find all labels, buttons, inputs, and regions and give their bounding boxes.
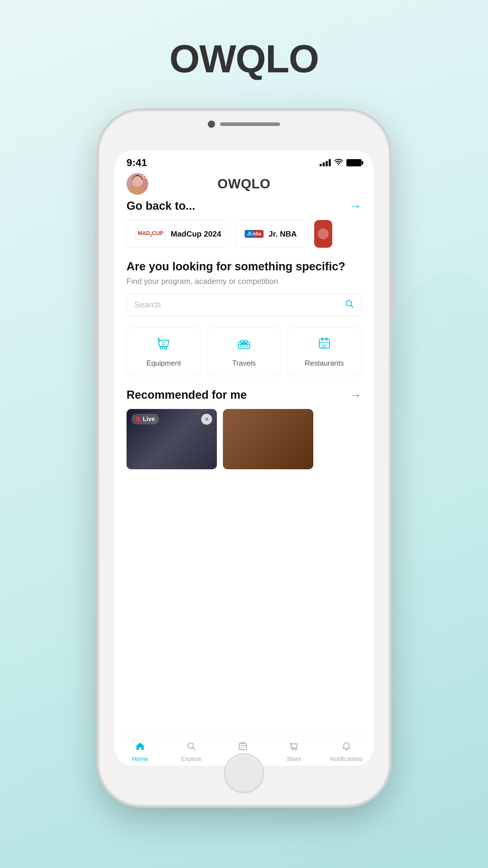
header-logo: OWQLO [218, 176, 270, 191]
nav-label-explore: Explore [181, 755, 201, 763]
side-button-volume-down [94, 319, 98, 362]
categories: Equipment Travels [127, 327, 361, 376]
recommended-title: Recommended for me [127, 389, 247, 401]
category-equipment[interactable]: Equipment [127, 327, 201, 376]
search-box[interactable]: Search [127, 293, 361, 316]
status-icons [320, 158, 361, 167]
nav-label-store: Store [287, 755, 301, 763]
equipment-label: Equipment [147, 359, 181, 367]
camera-area [208, 121, 280, 128]
rec-card-warm[interactable] [223, 409, 313, 469]
side-button-mute [94, 232, 98, 259]
svg-point-0 [128, 186, 147, 195]
phone-screen: 9:41 [115, 151, 373, 766]
svg-rect-17 [243, 742, 245, 744]
category-restaurants[interactable]: Restaurants [287, 327, 361, 376]
home-button[interactable] [224, 753, 264, 793]
svg-point-19 [295, 749, 296, 750]
restaurants-icon [317, 336, 332, 355]
madcup-logo: MAD2CUP [135, 228, 166, 239]
svg-line-14 [193, 748, 195, 750]
avatar[interactable] [127, 173, 148, 195]
speaker-grille [220, 122, 280, 126]
specific-search-section: Are you looking for something specific? … [127, 260, 361, 316]
svg-rect-15 [239, 743, 247, 750]
svg-point-4 [160, 347, 163, 349]
go-back-section-header: Go back to... → [127, 199, 361, 213]
nav-label-home: Home [132, 755, 148, 763]
battery-icon [347, 159, 361, 166]
live-indicator [135, 416, 140, 421]
svg-rect-6 [238, 342, 250, 349]
go-back-arrow[interactable]: → [350, 199, 361, 213]
store-icon [289, 741, 299, 754]
close-button[interactable]: ✕ [201, 414, 212, 425]
equipment-icon [156, 336, 171, 355]
nba-logo: Jr. nba [245, 230, 264, 238]
notification-dot [143, 173, 148, 179]
rec-cards: Live ✕ [127, 409, 361, 469]
svg-point-18 [292, 749, 293, 750]
category-travels[interactable]: Travels [207, 327, 281, 376]
screen-content: Go back to... → MAD2CUP MadCup 2024 Jr. … [115, 196, 373, 736]
recommended-section-header: Recommended for me → [127, 388, 361, 402]
travels-label: Travels [232, 359, 256, 367]
app-header: OWQLO [115, 172, 373, 196]
bg-decoration [392, 271, 488, 452]
front-sensor [208, 121, 215, 128]
jrnba-label: Jr. NBA [268, 229, 297, 239]
signal-icon [320, 159, 331, 166]
specific-title: Are you looking for something specific? [127, 260, 361, 274]
go-back-title: Go back to... [127, 199, 195, 213]
nav-label-notifications: Notifications [330, 755, 363, 763]
svg-rect-16 [241, 742, 242, 744]
live-text: Live [143, 415, 155, 423]
wifi-icon [334, 158, 343, 167]
madcup-label: MadCup 2024 [171, 229, 221, 239]
nav-item-explore[interactable]: Explore [176, 741, 206, 763]
nav-item-notifications[interactable]: Notifications [330, 741, 363, 763]
brand-title: OWQLO [169, 36, 318, 82]
go-back-card-partial [314, 220, 332, 248]
status-time: 9:41 [127, 157, 147, 168]
go-back-cards: MAD2CUP MadCup 2024 Jr. nba Jr. NBA [127, 220, 361, 248]
home-icon [135, 741, 145, 754]
phone-mockup: 9:41 [99, 112, 389, 805]
nav-item-store[interactable]: Store [279, 741, 309, 763]
travels-icon [236, 336, 252, 355]
activity-icon [238, 741, 248, 754]
status-bar: 9:41 [115, 151, 373, 172]
side-button-power [390, 268, 394, 322]
restaurants-label: Restaurants [305, 359, 344, 367]
recommended-section: Recommended for me → Live ✕ [127, 388, 361, 469]
go-back-card-madcup[interactable]: MAD2CUP MadCup 2024 [127, 220, 230, 248]
rec-card-live[interactable]: Live ✕ [127, 409, 217, 469]
nav-item-home[interactable]: Home [125, 741, 155, 763]
svg-point-5 [164, 347, 167, 349]
side-button-volume-up [94, 268, 98, 310]
explore-icon [187, 741, 196, 754]
search-icon[interactable] [345, 299, 354, 311]
search-placeholder: Search [134, 300, 340, 310]
svg-line-3 [351, 305, 353, 307]
go-back-card-jrnba[interactable]: Jr. nba Jr. NBA [236, 220, 308, 248]
notifications-icon [341, 741, 351, 754]
live-badge: Live [131, 414, 159, 424]
specific-subtitle: Find your program, academy or competitio… [127, 277, 361, 286]
recommended-arrow[interactable]: → [350, 388, 361, 402]
